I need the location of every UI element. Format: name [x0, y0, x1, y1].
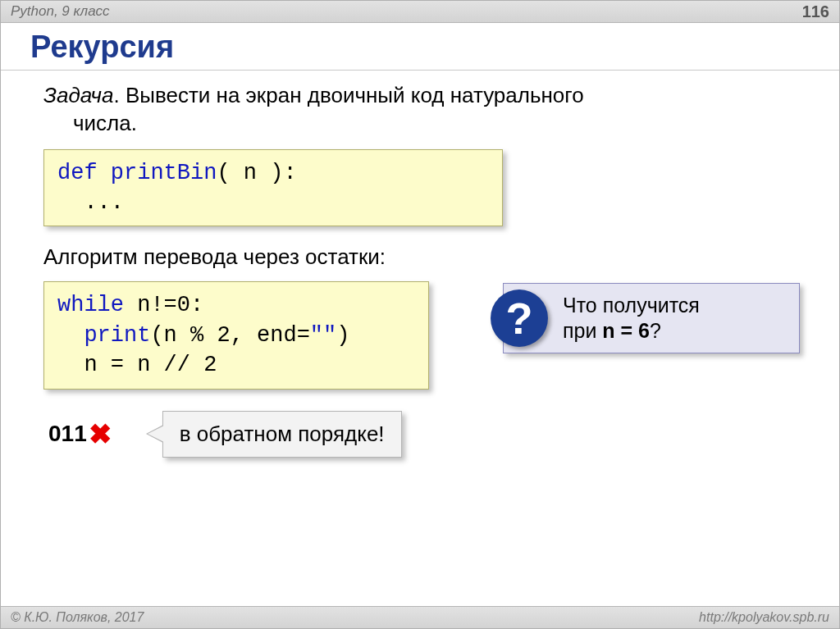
code2-l2-fn: print — [84, 323, 150, 348]
question-text: Что получится при n = 6? — [563, 293, 700, 344]
task-label: Задача — [43, 83, 113, 107]
code2-l2-str: "" — [310, 323, 336, 348]
code1-fn: printBin — [98, 161, 217, 185]
result-value: 011 — [48, 421, 87, 447]
callout-box: в обратном порядке! — [162, 411, 402, 458]
task-text: Задача. Вывести на экран двоичный код на… — [43, 82, 806, 138]
code2-kw: while — [57, 293, 124, 317]
course-label: Python, 9 класс — [11, 3, 110, 20]
code2-l3: n = n // 2 — [57, 353, 217, 377]
question-line2c: ? — [650, 319, 661, 342]
callout-text: в обратном порядке! — [180, 422, 385, 446]
cross-icon: ✖ — [89, 417, 112, 450]
code2-l2-mid: (n % 2, end= — [150, 323, 309, 348]
code2-l2-pre — [57, 323, 84, 348]
result-row: 011 ✖ в обратном порядке! — [43, 411, 806, 458]
question-box: ? Что получится при n = 6? — [503, 283, 800, 353]
code1-rest: ( n ): — [217, 161, 296, 185]
code-block-1: def printBin( n ): ... — [43, 149, 503, 227]
code2-l2-end: ) — [336, 323, 349, 348]
question-line2a: при — [563, 319, 602, 342]
page-title: Рекурсия — [30, 30, 810, 65]
question-line1: Что получится — [563, 294, 700, 317]
footer-bar: © К.Ю. Поляков, 2017 http://kpolyakov.sp… — [1, 606, 839, 628]
slide: Python, 9 класс 116 Рекурсия Задача. Выв… — [0, 0, 840, 629]
question-n: n = 6 — [602, 319, 650, 342]
task-line2: числа. — [73, 110, 806, 138]
slide-body: Задача. Вывести на экран двоичный код на… — [1, 71, 839, 590]
page-number: 116 — [802, 2, 829, 21]
code1-kw: def — [57, 161, 98, 185]
code1-line2: ... — [57, 190, 124, 215]
subheading: Алгоритм перевода через остатки: — [43, 244, 806, 270]
copyright: © К.Ю. Поляков, 2017 — [11, 610, 144, 625]
question-mark-icon: ? — [491, 289, 548, 347]
task-line1: . Вывести на экран двоичный код натураль… — [113, 83, 583, 107]
code2-l1-rest: n!=0: — [124, 293, 203, 317]
footer-url: http://kpolyakov.spb.ru — [699, 610, 829, 625]
code-block-2: while n!=0: print(n % 2, end="") n = n /… — [43, 281, 429, 389]
top-bar: Python, 9 класс 116 — [1, 1, 839, 23]
code-row: while n!=0: print(n % 2, end="") n = n /… — [43, 281, 806, 389]
title-area: Рекурсия — [1, 23, 839, 71]
